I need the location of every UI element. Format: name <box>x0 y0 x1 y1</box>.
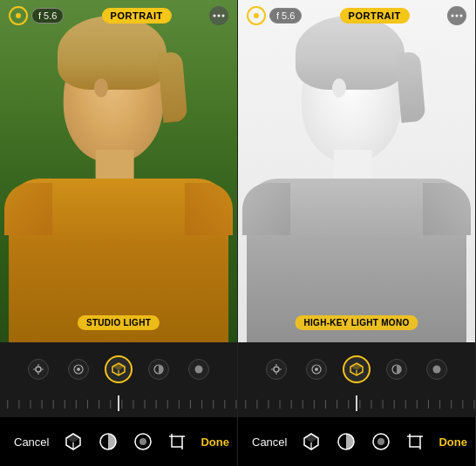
right-controls <box>238 342 475 417</box>
left-natural-light-circle <box>28 359 49 380</box>
left-mode-selector <box>0 348 237 391</box>
right-cancel-button[interactable]: Cancel <box>245 430 294 454</box>
right-studio-light-circle <box>306 359 327 380</box>
right-cube-circle <box>343 355 371 383</box>
left-natural-light-icon[interactable] <box>19 350 58 388</box>
right-contour-circle <box>386 359 407 380</box>
svg-marker-11 <box>112 363 125 370</box>
right-crop-tool[interactable] <box>398 427 432 456</box>
left-bottom-bar: Cancel <box>0 417 237 466</box>
left-adjust-tool[interactable] <box>91 426 126 457</box>
svg-point-48 <box>451 15 453 17</box>
left-aperture-badge: f 5.6 <box>9 6 64 25</box>
left-shoulder-left <box>4 183 52 235</box>
right-crop-icon <box>405 432 425 451</box>
svg-point-50 <box>459 15 462 17</box>
right-adjust-icon <box>336 431 357 452</box>
studio-light-svg <box>72 363 85 375</box>
left-cube-tool[interactable] <box>56 426 91 457</box>
cube-svg <box>110 361 127 378</box>
right-shoulder-right <box>423 183 471 235</box>
left-ear <box>94 78 108 98</box>
left-light-label: STUDIO LIGHT <box>78 315 160 330</box>
left-filter-icon <box>133 431 153 452</box>
right-aperture-dot <box>254 13 259 18</box>
right-top-bar: f 5.6 PORTRAIT <box>238 0 475 31</box>
svg-marker-38 <box>66 434 80 442</box>
left-done-button[interactable]: Done <box>194 430 236 454</box>
right-photo-area: HIGH-KEY LIGHT MONO <box>238 0 475 342</box>
right-natural-light-circle <box>266 359 287 380</box>
left-bottom-cube-icon <box>63 431 84 452</box>
right-cube-tool[interactable] <box>294 426 329 457</box>
right-aperture-badge: f 5.6 <box>247 6 302 25</box>
right-bottom-cube-icon <box>301 431 322 452</box>
svg-rect-43 <box>172 436 182 447</box>
left-portrait-badge: PORTRAIT <box>102 8 172 24</box>
left-contour-icon[interactable] <box>139 350 178 388</box>
left-crop-icon <box>167 432 187 451</box>
left-cube-circle <box>105 355 133 383</box>
svg-marker-86 <box>304 434 318 442</box>
left-filter-tool[interactable] <box>126 426 160 457</box>
right-aperture-circle <box>247 6 266 25</box>
left-aperture-dot <box>16 13 21 18</box>
right-adjust-tool[interactable] <box>329 426 364 457</box>
right-portrait-badge: PORTRAIT <box>340 8 410 24</box>
right-portrait-image: HIGH-KEY LIGHT MONO <box>238 0 475 342</box>
natural-light-svg <box>32 363 44 375</box>
left-crop-tool[interactable] <box>160 427 194 456</box>
svg-point-57 <box>315 368 318 371</box>
right-contour-svg <box>391 363 403 375</box>
right-cube-icon[interactable] <box>337 350 376 388</box>
right-ruler-svg <box>238 392 475 416</box>
left-stage-circle <box>188 359 209 380</box>
right-contour-icon[interactable] <box>377 350 416 388</box>
right-filter-tool[interactable] <box>364 426 398 457</box>
svg-point-2 <box>221 15 224 17</box>
left-more-button[interactable] <box>209 6 228 25</box>
right-aperture-text: f 5.6 <box>269 8 302 24</box>
svg-point-1 <box>217 15 220 17</box>
right-studio-svg <box>310 363 323 375</box>
svg-rect-91 <box>410 436 420 447</box>
svg-point-49 <box>455 15 458 17</box>
right-mode-selector <box>238 348 475 391</box>
right-stage-circle <box>426 359 447 380</box>
right-studio-light-icon[interactable] <box>297 350 336 388</box>
left-ruler-svg <box>0 392 237 416</box>
left-studio-light-circle <box>68 359 89 380</box>
left-cancel-button[interactable]: Cancel <box>7 430 56 454</box>
left-contour-circle <box>148 359 169 380</box>
right-more-button[interactable] <box>447 6 466 25</box>
svg-point-42 <box>139 438 146 445</box>
right-bottom-bar: Cancel <box>238 417 475 466</box>
right-shoulder-left <box>242 183 290 235</box>
svg-point-0 <box>213 15 215 17</box>
left-studio-light-icon[interactable] <box>59 350 98 388</box>
left-panel: f 5.6 PORTRAIT <box>0 0 238 466</box>
left-aperture-circle <box>9 6 28 25</box>
stage-svg <box>193 363 205 375</box>
left-adjust-icon <box>98 431 119 452</box>
right-ruler[interactable] <box>238 391 475 417</box>
right-done-button[interactable]: Done <box>432 430 474 454</box>
left-shoulder-right <box>185 183 233 235</box>
left-stage-icon[interactable] <box>180 350 218 388</box>
left-ruler[interactable] <box>0 391 237 417</box>
svg-point-3 <box>36 367 41 372</box>
right-stage-icon[interactable] <box>418 350 456 388</box>
svg-point-14 <box>195 366 203 374</box>
right-natural-light-svg <box>270 363 282 375</box>
right-filter-icon <box>371 431 391 452</box>
right-natural-light-icon[interactable] <box>257 350 296 388</box>
left-portrait-image: STUDIO LIGHT <box>0 0 237 342</box>
right-ear <box>332 78 346 98</box>
svg-point-51 <box>274 367 279 372</box>
left-top-bar: f 5.6 PORTRAIT <box>0 0 237 31</box>
svg-point-9 <box>77 368 80 371</box>
svg-marker-59 <box>350 363 363 370</box>
left-cube-icon[interactable] <box>99 350 138 388</box>
right-panel: f 5.6 PORTRAIT <box>238 0 476 466</box>
right-cube-svg <box>348 361 365 378</box>
